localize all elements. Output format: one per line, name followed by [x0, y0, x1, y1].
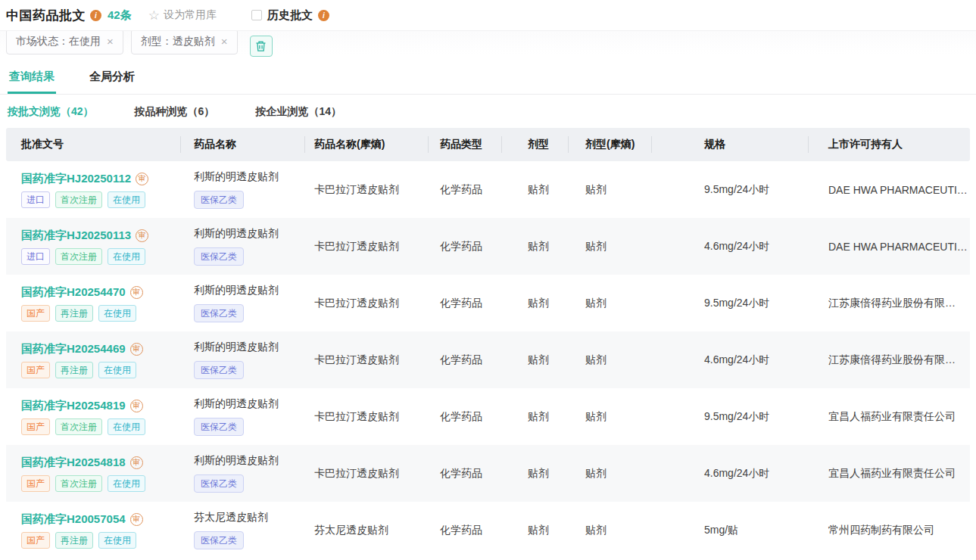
table-row: 国药准字HJ20250113审进口首次注册在使用利斯的明透皮贴剂医保乙类卡巴拉汀…	[6, 218, 970, 275]
browse-subtab[interactable]: 按品种浏览（6）	[135, 105, 215, 119]
set-common-library-button[interactable]: ☆ 设为常用库	[148, 8, 217, 22]
dosage-form-mx-cell: 贴剂	[568, 183, 651, 197]
dosage-form-cell: 贴剂	[501, 183, 568, 197]
drug-name-cell: 芬太尼透皮贴剂医保乙类	[180, 511, 304, 549]
column-header: 药品名称	[180, 138, 304, 151]
history-checkbox[interactable]	[251, 10, 262, 20]
drug-name: 利斯的明透皮贴剂	[194, 341, 304, 354]
column-header: 药品类型	[428, 138, 501, 151]
holder-cell: 宜昌人福药业有限责任公司	[808, 410, 970, 424]
status-tag: 首次注册	[55, 248, 102, 265]
dosage-form-cell: 贴剂	[501, 297, 568, 310]
status-tag: 国产	[21, 475, 50, 492]
set-common-library-label: 设为常用库	[164, 8, 217, 22]
drug-type-cell: 化学药品	[428, 410, 501, 424]
drug-type-cell: 化学药品	[428, 353, 501, 367]
status-tag: 国产	[21, 305, 50, 322]
spec-cell: 4.6mg/24小时	[651, 467, 808, 481]
history-approvals-toggle[interactable]: 历史批文 i	[251, 8, 329, 23]
result-count: 42条	[108, 8, 132, 23]
approval-number-link[interactable]: 国药准字H20254470	[21, 285, 126, 300]
top-bar: 中国药品批文 i 42条 ☆ 设为常用库 历史批文 i	[0, 0, 976, 30]
approval-cell: 国药准字H20254819审国产首次注册在使用	[6, 399, 180, 435]
filter-chip[interactable]: 市场状态：在使用×	[6, 30, 123, 54]
dosage-form-cell: 贴剂	[501, 353, 568, 367]
browse-subtab[interactable]: 按企业浏览（14）	[255, 105, 341, 119]
drug-name: 利斯的明透皮贴剂	[194, 454, 304, 468]
review-badge-icon[interactable]: 审	[130, 343, 143, 356]
review-badge-icon[interactable]: 审	[130, 286, 143, 299]
insurance-tag: 医保乙类	[194, 247, 244, 266]
status-tag: 在使用	[108, 248, 145, 265]
status-tags: 国产首次注册在使用	[21, 475, 180, 492]
drug-name-mx-cell: 卡巴拉汀透皮贴剂	[304, 410, 428, 424]
drug-name: 利斯的明透皮贴剂	[194, 227, 304, 241]
status-tag: 在使用	[108, 475, 145, 492]
status-tag: 在使用	[108, 191, 145, 208]
review-badge-icon[interactable]: 审	[130, 456, 143, 469]
status-tag: 首次注册	[55, 191, 102, 208]
info-icon[interactable]: i	[90, 10, 101, 21]
dosage-form-cell: 贴剂	[501, 524, 568, 537]
review-badge-icon[interactable]: 审	[130, 513, 143, 526]
review-badge-icon[interactable]: 审	[136, 173, 148, 185]
holder-cell: 常州四药制药有限公司	[808, 524, 970, 537]
spec-cell: 4.6mg/24小时	[651, 353, 808, 367]
filter-chip[interactable]: 剂型：透皮贴剂×	[131, 30, 238, 54]
status-tag: 首次注册	[55, 418, 102, 435]
browse-subtab[interactable]: 按批文浏览（42）	[8, 105, 94, 119]
review-badge-icon[interactable]: 审	[136, 229, 148, 242]
status-tags: 国产首次注册在使用	[21, 418, 180, 435]
column-header: 规格	[651, 138, 808, 151]
column-header: 上市许可持有人	[808, 138, 970, 151]
drug-name-mx-cell: 芬太尼透皮贴剂	[304, 524, 428, 537]
drug-name-mx-cell: 卡巴拉汀透皮贴剂	[304, 240, 428, 254]
drug-name-mx-cell: 卡巴拉汀透皮贴剂	[304, 467, 428, 481]
insurance-tag: 医保乙类	[194, 531, 244, 549]
page-title: 中国药品批文	[6, 7, 86, 24]
chip-close-icon[interactable]: ×	[107, 35, 114, 48]
approval-number-link[interactable]: 国药准字H20254819	[21, 399, 126, 413]
info-icon[interactable]: i	[318, 10, 329, 21]
insurance-tag: 医保乙类	[194, 191, 244, 209]
trash-icon	[255, 40, 267, 52]
drug-name-cell: 利斯的明透皮贴剂医保乙类	[180, 341, 304, 379]
status-tag: 首次注册	[55, 475, 102, 492]
spec-cell: 9.5mg/24小时	[651, 410, 808, 424]
approval-line: 国药准字H20057054审	[21, 512, 180, 527]
column-header: 剂型(摩熵)	[568, 138, 651, 151]
holder-cell: 江苏康倍得药业股份有限…	[808, 297, 970, 310]
status-tag: 进口	[21, 191, 50, 208]
approval-number-link[interactable]: 国药准字H20057054	[21, 512, 126, 527]
drug-name-cell: 利斯的明透皮贴剂医保乙类	[180, 454, 304, 493]
approval-number-link[interactable]: 国药准字H20254469	[21, 342, 126, 356]
status-tag: 再注册	[55, 532, 93, 549]
tab-active[interactable]: 查询结果	[8, 64, 56, 94]
column-header: 批准文号	[6, 138, 180, 151]
drug-name-mx-cell: 卡巴拉汀透皮贴剂	[304, 297, 428, 310]
drug-type-cell: 化学药品	[428, 297, 501, 310]
status-tags: 进口首次注册在使用	[21, 248, 180, 265]
history-label: 历史批文	[267, 8, 313, 23]
approval-cell: 国药准字H20254818审国产首次注册在使用	[6, 456, 180, 492]
chip-close-icon[interactable]: ×	[221, 35, 228, 48]
approval-cell: 国药准字HJ20250112审进口首次注册在使用	[6, 172, 180, 208]
filter-bar: 市场状态：在使用×剂型：透皮贴剂×	[0, 30, 976, 61]
approval-cell: 国药准字H20254469审国产再注册在使用	[6, 342, 180, 378]
drug-type-cell: 化学药品	[428, 183, 501, 197]
clear-filters-button[interactable]	[250, 36, 273, 57]
review-badge-icon[interactable]: 审	[130, 400, 143, 412]
dosage-form-cell: 贴剂	[501, 467, 568, 481]
approval-number-link[interactable]: 国药准字HJ20250113	[21, 229, 131, 243]
approval-number-link[interactable]: 国药准字H20254818	[21, 456, 126, 470]
spec-cell: 5mg/贴	[651, 524, 808, 537]
drug-type-cell: 化学药品	[428, 524, 501, 537]
spec-cell: 9.5mg/24小时	[651, 297, 808, 310]
approval-number-link[interactable]: 国药准字HJ20250112	[21, 172, 131, 186]
status-tag: 再注册	[55, 305, 93, 322]
browse-subtabs: 按批文浏览（42）按品种浏览（6）按企业浏览（14）	[0, 105, 976, 119]
tab-inactive[interactable]: 全局分析	[88, 64, 136, 94]
results-table: 批准文号药品名称药品名称(摩熵)药品类型剂型剂型(摩熵)规格上市许可持有人 国药…	[6, 128, 970, 558]
dosage-form-mx-cell: 贴剂	[568, 353, 651, 367]
dosage-form-cell: 贴剂	[501, 410, 568, 424]
